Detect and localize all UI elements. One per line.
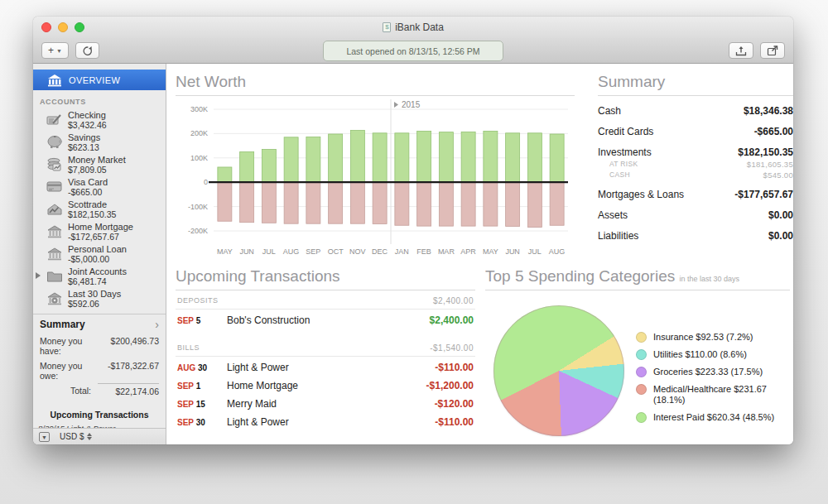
bills-subtotal: -$1,540.00 — [430, 343, 474, 353]
tx-day: 5 — [196, 316, 201, 325]
sidebar-summary-title: Summary — [40, 319, 85, 330]
action-menu-icon[interactable]: ▼ — [39, 432, 50, 442]
x-tick-label: SEP — [306, 247, 320, 256]
credit-card-icon — [45, 179, 65, 195]
legend-label: Medical/Healthcare $231.67 (18.1%) — [653, 384, 788, 406]
legend-item: Medical/Healthcare $231.67 (18.1%) — [636, 384, 788, 406]
net-worth-bar-negative — [527, 182, 542, 227]
net-worth-bar-negative — [218, 182, 232, 221]
y-tick-label: 0 — [204, 178, 208, 186]
transaction-row[interactable]: SEP 30 Light & Power -$110.00 — [176, 411, 475, 430]
main-content: Net Worth 300K200K100K0-100K-200K2015MAY… — [166, 64, 793, 444]
net-worth-bar-positive — [373, 133, 387, 182]
x-tick-label: JUN — [239, 247, 254, 256]
transaction-row[interactable]: SEP 1 Home Mortgage -$1,200.00 — [176, 375, 475, 393]
tx-day: 15 — [196, 400, 205, 409]
x-tick-label: JUL — [262, 247, 276, 256]
chevron-right-icon[interactable]: › — [155, 318, 159, 331]
title-bar[interactable]: iBank Data — [33, 17, 793, 38]
x-tick-label: DEC — [372, 247, 388, 256]
window-title-area: iBank Data — [33, 22, 793, 33]
net-worth-chart: 300K200K100K0-100K-200K2015MAYJUNJULAUGS… — [176, 96, 575, 262]
tx-amount: -$1,200.00 — [426, 380, 474, 391]
tx-amount: -$110.00 — [435, 362, 474, 373]
currency-selector[interactable]: USD $ — [60, 432, 92, 441]
share-button[interactable] — [760, 42, 785, 59]
account-name: Checking — [68, 110, 106, 120]
sidebar-item-savings[interactable]: Savings $623.13 — [33, 131, 166, 153]
top5-subtitle: in the last 30 days — [680, 275, 740, 283]
sidebar-item-money-market[interactable]: Money Market $7,809.05 — [33, 153, 166, 175]
transaction-row[interactable]: AUG 30 Light & Power -$110.00 — [176, 357, 475, 375]
top5-title: Top 5 Spending Categories — [485, 267, 675, 285]
piggy-bank-icon — [45, 134, 65, 151]
disclosure-triangle-icon[interactable] — [36, 272, 41, 279]
add-account-button[interactable]: + ▼ — [41, 42, 69, 59]
tx-payee: Merry Maid — [227, 398, 435, 410]
legend-label: Insurance $92.53 (7.2%) — [653, 332, 753, 343]
account-amount: $592.06 — [68, 299, 99, 309]
net-worth-bar-positive — [395, 133, 409, 182]
sidebar-item-personal-loan[interactable]: Personal Loan -$5,000.00 — [33, 242, 166, 265]
x-tick-label: MAY — [483, 247, 498, 256]
legend-item: Insurance $92.53 (7.2%) — [636, 332, 788, 343]
x-tick-label: NOV — [349, 247, 366, 256]
refresh-icon — [82, 46, 93, 56]
net-worth-bar-positive — [240, 151, 254, 182]
top5-spending-section: Top 5 Spending Categories in the last 30… — [485, 267, 790, 290]
net-worth-bar-positive — [461, 132, 475, 182]
plus-icon: + — [48, 45, 54, 56]
net-worth-bar-positive — [329, 134, 343, 182]
deposits-header-row: DEPOSITS $2,400.00 — [176, 290, 475, 310]
sidebar-item-scottrade[interactable]: Scottrade $182,150.35 — [33, 198, 166, 220]
tx-amount: -$120.00 — [435, 398, 474, 410]
sidebar-item-joint-accounts[interactable]: Joint Accounts $6,481.74 — [33, 265, 166, 287]
net-worth-title: Net Worth — [176, 73, 575, 91]
summary-row-value: $22,174.06 — [98, 383, 159, 396]
deposits-subtotal: $2,400.00 — [433, 296, 474, 305]
net-worth-bar-negative — [417, 182, 431, 226]
summary-row-value: $200,496.73 — [105, 336, 159, 356]
account-name: Joint Accounts — [68, 266, 127, 276]
transaction-row[interactable]: SEP 5 Bob's Construction $2,400.00 — [176, 310, 475, 328]
account-amount: $3,432.46 — [68, 120, 107, 130]
net-worth-bar-positive — [484, 131, 498, 182]
summary-row-label: Total: — [70, 386, 91, 396]
account-amount: -$172,657.67 — [68, 232, 119, 242]
pie-legend: Insurance $92.53 (7.2%)Utilities $110.00… — [636, 332, 788, 430]
legend-color-dot — [636, 384, 647, 395]
account-name: Scottrade — [68, 199, 107, 209]
bank-gear-icon — [45, 290, 65, 307]
sidebar-item-last-30-days[interactable]: Last 30 Days $592.06 — [33, 287, 166, 310]
tx-month: SEP — [177, 382, 194, 391]
minimize-button[interactable] — [58, 22, 68, 32]
net-worth-bar-negative — [550, 182, 564, 225]
sidebar-item-checking[interactable]: Checking $3,432.46 — [33, 108, 166, 131]
sidebar-item-overview[interactable]: OVERVIEW — [33, 70, 166, 90]
sidebar-summary-header[interactable]: Summary › — [40, 318, 159, 331]
summary-row-value: -$178,322.67 — [104, 361, 159, 381]
legend-color-dot — [636, 412, 647, 423]
close-button[interactable] — [41, 22, 51, 32]
transaction-row[interactable]: SEP 15 Merry Maid -$120.00 — [176, 393, 475, 411]
status-capsule: Last opened on 8/13/15, 12:56 PM — [323, 41, 503, 61]
legend-label: Groceries $223.33 (17.5%) — [653, 367, 763, 377]
summary-value: -$177,657.67 — [734, 189, 793, 200]
net-worth-bar-positive — [284, 137, 298, 182]
net-worth-bar-negative — [350, 182, 364, 223]
net-worth-bar-negative — [373, 182, 387, 223]
sidebar-item-home-mortgage[interactable]: Home Mortgage -$172,657.67 — [33, 220, 166, 242]
summary-value: $0.00 — [768, 209, 793, 221]
import-button[interactable] — [729, 42, 753, 59]
summary-row-label: Money you have: — [40, 336, 99, 356]
stepper-icon — [87, 433, 92, 440]
summary-value: $0.00 — [768, 230, 793, 242]
sidebar-item-visa-card[interactable]: Visa Card -$665.00 — [33, 175, 166, 198]
zoom-button[interactable] — [75, 22, 84, 32]
net-worth-bar-negative — [506, 182, 520, 226]
refresh-button[interactable] — [75, 42, 99, 59]
summary-label: Assets — [598, 209, 628, 221]
document-icon — [383, 22, 391, 32]
bills-label: BILLS — [177, 343, 200, 353]
bills-header-row: BILLS -$1,540.00 — [176, 338, 475, 357]
